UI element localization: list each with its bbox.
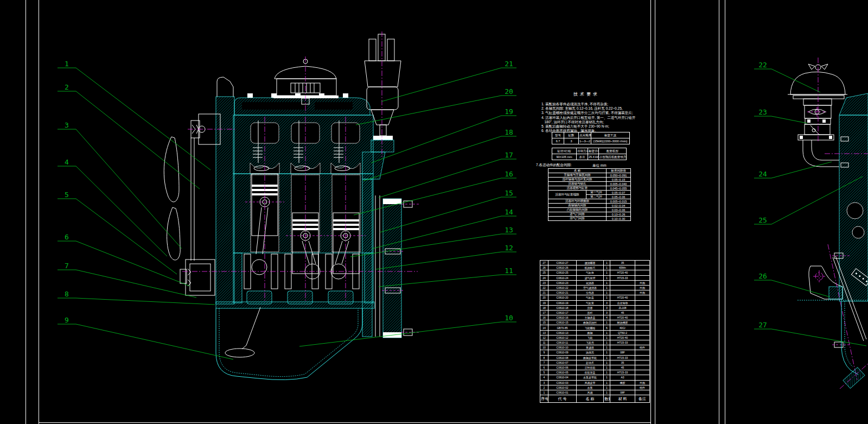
table-cell: 合金铸铁	[610, 300, 635, 305]
table-cell: 外购	[635, 380, 650, 385]
technical-notes: 技术要求 1. 装配前各零件必须清洗干净, 不得有杂质;2. 各轴瓦间隙: 主轴…	[541, 91, 631, 133]
table-row: 排气门间隙0.10~0.30	[548, 217, 631, 221]
table-cell	[635, 270, 650, 275]
oil-strainer	[225, 349, 254, 357]
callout-1: 1	[58, 60, 210, 170]
table-cell	[635, 265, 650, 270]
table-cell: 标准间隙值	[607, 169, 631, 173]
table-row: 缸径×行程冷却方式标定功率配套机型	[552, 148, 627, 154]
table-cell: HT20-40	[610, 315, 635, 320]
table-cell: 11	[540, 340, 548, 345]
table-row: 22C0610-22空气滤清器1外购	[540, 285, 650, 290]
table-cell: 3	[604, 310, 610, 315]
table-cell: 14	[540, 325, 548, 330]
table-cell: 进气门间隙	[548, 212, 607, 217]
callout-number: 6	[65, 233, 69, 241]
table-cell: 27	[540, 261, 548, 265]
table-row: 8C0610-08曲轴皮带轮1HT15-33	[540, 355, 650, 360]
table-cell: C0610-08	[548, 355, 577, 360]
table-cell: 0.05~0.06	[607, 195, 631, 199]
callout-number: 7	[65, 262, 69, 270]
notes-body: 1. 装配前各零件必须清洗干净, 不得有杂质;2. 各轴瓦间隙: 主轴瓦 0.1…	[541, 102, 631, 133]
table-cell	[635, 365, 650, 370]
table-cell: 0.05~0.15	[607, 178, 631, 182]
flywheel	[362, 179, 419, 338]
table-cell: 12	[540, 335, 548, 340]
table-cell: 1	[604, 375, 610, 380]
cooling-fan	[164, 137, 194, 261]
table-cell: 曲轴后油封	[577, 320, 604, 325]
table-row: 26C0610-26机油标尺165Mn	[540, 265, 650, 270]
table-row: 3C0610-03风扇皮带1橡胶外购	[540, 380, 650, 385]
table-cell: 缸径×行程	[552, 148, 577, 154]
table-row: 11C0610-11飞轮壳1HT15-33	[540, 340, 650, 345]
table-cell: 水泵	[577, 385, 604, 390]
callout-number: 2	[65, 83, 69, 91]
table-row: 2C0610-02水泵1组件	[540, 385, 650, 390]
callout-17: 17	[379, 151, 516, 198]
table-cell: 15	[540, 320, 548, 325]
table-cell: 45	[610, 310, 635, 315]
cad-viewport: 1234567891011121314151617181920212223242…	[0, 0, 868, 424]
table-cell: 机油标尺	[577, 265, 604, 270]
table-cell: 3	[540, 380, 548, 385]
table-cell	[635, 350, 650, 355]
table-cell: 23	[540, 280, 548, 285]
table-cell: 17	[540, 310, 548, 315]
callout-number: 11	[505, 267, 513, 275]
table-cell: 20	[540, 295, 548, 300]
table-cell: 1	[604, 275, 610, 280]
table-cell: C0610-19	[548, 300, 577, 305]
table-cell: 1	[604, 295, 610, 300]
table-cell: 1	[604, 355, 610, 360]
table-cell: (15kW)(2200~3000 r/min)	[591, 138, 630, 144]
table-cell: C0610-05	[548, 370, 577, 375]
table-cell: 曲轴皮带轮	[577, 355, 604, 360]
table-cell: C0610-27	[548, 261, 577, 265]
table-row: 14GB70-85飞轮螺栓640Cr	[540, 325, 650, 330]
table-row: 序号代 号名 称数量材 料备注	[540, 395, 650, 403]
table-cell: 数量	[604, 395, 610, 403]
table-row: 21C0610-21分电器1外购	[540, 290, 650, 295]
table-cell: C0610-01	[548, 390, 577, 395]
table-cell	[635, 275, 650, 280]
table-cell: 连杆轴颈与连杆瓦间隙	[548, 178, 607, 182]
callout-number: 13	[505, 226, 513, 234]
table-row: 活塞销与销孔0.005~0.040	[548, 182, 631, 186]
table-cell: 90×105 mm	[552, 154, 577, 160]
table-cell: 9	[540, 350, 548, 355]
table-cell: 25.4 kW	[588, 154, 599, 160]
table-cell: 缸数	[564, 132, 579, 138]
table-cell	[635, 375, 650, 380]
table-cell: 08F	[610, 350, 635, 355]
table-cell: 1	[604, 365, 610, 370]
pan-rail	[216, 302, 374, 308]
table-cell: C0610-06	[548, 365, 577, 370]
table-cell: 冷却方式	[577, 148, 588, 154]
table-cell	[635, 315, 650, 320]
table-cell: GB70-85	[548, 325, 577, 330]
table-cell: 1	[540, 390, 548, 395]
table-cell: A3	[610, 375, 635, 380]
callout-number: 23	[758, 108, 767, 116]
callout-5: 5	[58, 191, 177, 274]
callout-number: 8	[65, 290, 69, 298]
gear-case-plate	[216, 97, 234, 304]
table-cell: 飞轮	[577, 335, 604, 340]
callout-10: 10	[299, 314, 516, 346]
callout-number: 15	[505, 189, 513, 197]
table-row: 23C0610-23化油器1外购	[540, 280, 650, 285]
clearance-table: 名 称标准间隙值主轴颈与主轴瓦间隙0.050~0.091连杆轴颈与连杆瓦间隙0.…	[548, 168, 631, 221]
table-cell: 6.7	[552, 138, 564, 144]
table-cell	[610, 285, 635, 290]
callout-9: 9	[58, 316, 233, 359]
air-breather-cap	[273, 59, 339, 104]
table-row: 6C0610-06正时齿轮145	[540, 365, 650, 370]
table-cell: 0.045~0.055	[607, 186, 631, 191]
table-cell: HT15-33	[610, 355, 635, 360]
table-row: 主轴颈与主轴瓦间隙0.050~0.091	[548, 173, 631, 178]
table-cell: 飞轮螺栓	[577, 325, 604, 330]
table-cell: 18	[540, 305, 548, 310]
table-cell: C0610-23	[548, 280, 577, 285]
table-cell	[635, 295, 650, 300]
